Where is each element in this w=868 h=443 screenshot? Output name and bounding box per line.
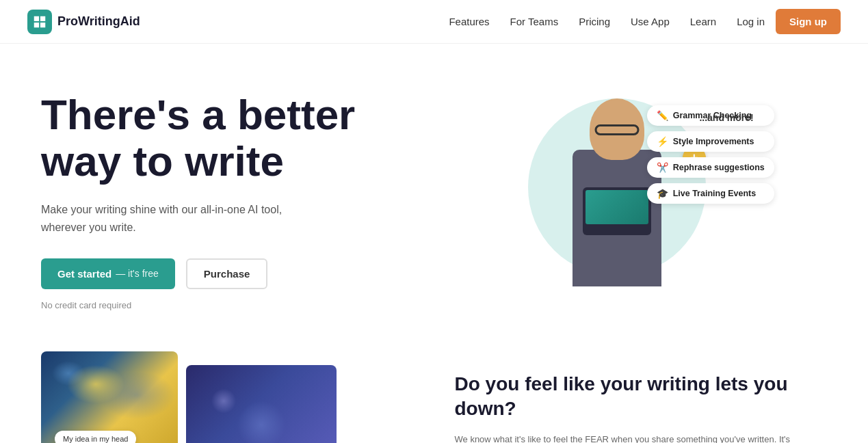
grammar-icon: ✏️ — [657, 110, 668, 121]
bottom-text: Do you feel like your writing lets you d… — [455, 351, 828, 443]
hero-right: + ...and more! ✏️ Grammar Checking ⚡ Sty… — [434, 78, 828, 324]
pill-rephrase: ✂️ Rephrase suggestions — [647, 157, 774, 178]
pill-rephrase-label: Rephrase suggestions — [673, 163, 765, 172]
pill-style-label: Style Improvements — [673, 137, 754, 146]
nav-for-teams[interactable]: For Teams — [510, 16, 559, 27]
hero-title: There's a better way to write — [41, 92, 434, 185]
hero-title-line1: There's a better — [41, 91, 355, 138]
nav-features[interactable]: Features — [449, 16, 489, 27]
no-credit-card-note: No credit card required — [41, 300, 434, 310]
free-label: — it's free — [116, 268, 159, 279]
nav-links: Features For Teams Pricing Use App Learn — [449, 16, 716, 28]
and-more-label: ...and more! — [699, 112, 753, 123]
logo-icon — [27, 10, 52, 34]
pill-training-label: Live Training Events — [673, 189, 757, 198]
login-button[interactable]: Log in — [737, 16, 765, 27]
brand-logo[interactable]: ProWritingAid — [27, 10, 140, 34]
navigation: ProWritingAid Features For Teams Pricing… — [0, 0, 868, 44]
hero-illustration: + ...and more! ✏️ Grammar Checking ⚡ Sty… — [487, 78, 774, 310]
nav-pricing[interactable]: Pricing — [579, 16, 610, 27]
feature-pills: ...and more! ✏️ Grammar Checking ⚡ Style… — [647, 105, 774, 204]
purchase-button[interactable]: Purchase — [186, 258, 268, 289]
get-started-label: Get started — [57, 268, 111, 280]
person-laptop — [583, 187, 651, 235]
pill-style: ⚡ Style Improvements — [647, 131, 774, 152]
nav-actions: Log in Sign up — [737, 9, 841, 34]
idea-bubble: My idea in my head — [55, 431, 136, 443]
person-glasses — [594, 124, 639, 135]
nav-learn[interactable]: Learn — [690, 16, 716, 27]
pill-training: 🎓 Live Training Events — [647, 183, 774, 204]
painting-card-1: My idea in my head — [41, 351, 178, 443]
bottom-images: My idea in my head — [41, 351, 414, 443]
bottom-section: My idea in my head Do you feel like your… — [0, 351, 868, 443]
hero-subtitle: Make your writing shine with our all-in-… — [41, 201, 301, 236]
painting-card-2 — [186, 365, 337, 443]
hero-section: There's a better way to write Make your … — [0, 44, 868, 351]
bottom-description: We know what it's like to feel the FEAR … — [455, 433, 828, 443]
logo-svg — [32, 14, 47, 29]
nav-use-app[interactable]: Use App — [631, 16, 670, 27]
training-icon: 🎓 — [657, 188, 668, 199]
person-laptop-screen — [586, 190, 648, 224]
hero-left: There's a better way to write Make your … — [41, 78, 434, 310]
hero-title-line2: way to write — [41, 137, 284, 185]
get-started-button[interactable]: Get started — it's free — [41, 258, 175, 289]
brand-name: ProWritingAid — [57, 14, 140, 29]
style-icon: ⚡ — [657, 136, 668, 147]
hero-cta: Get started — it's free Purchase — [41, 258, 434, 289]
rephrase-icon: ✂️ — [657, 162, 668, 173]
signup-button[interactable]: Sign up — [776, 9, 841, 34]
person-head — [590, 98, 644, 160]
bottom-title: Do you feel like your writing lets you d… — [455, 372, 828, 422]
